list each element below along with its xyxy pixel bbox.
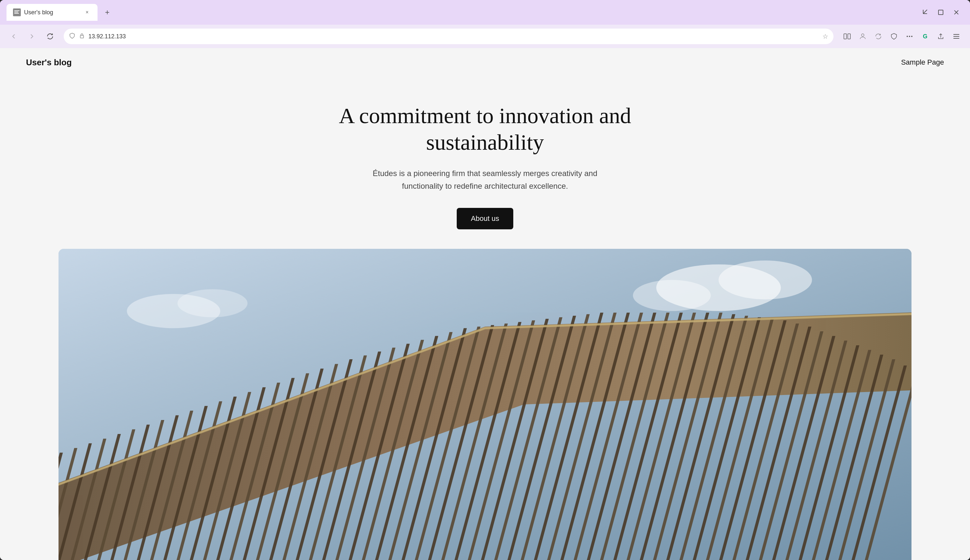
- window-controls: [918, 5, 963, 20]
- back-button[interactable]: [7, 29, 21, 43]
- menu-icon[interactable]: [949, 29, 963, 43]
- svg-rect-3: [14, 13, 19, 13]
- svg-line-4: [923, 10, 927, 13]
- bookmark-icon[interactable]: ☆: [823, 32, 828, 40]
- security-icon: [69, 32, 75, 41]
- svg-point-14: [906, 36, 908, 37]
- svg-point-97: [177, 289, 248, 317]
- sync-icon[interactable]: [871, 29, 885, 43]
- profile-icon[interactable]: [856, 29, 870, 43]
- title-bar: User's blog × +: [0, 0, 970, 25]
- window-maximize-button[interactable]: [933, 5, 948, 20]
- about-us-button[interactable]: About us: [457, 208, 513, 229]
- address-bar[interactable]: 13.92.112.133 ☆: [64, 28, 833, 44]
- reload-button[interactable]: [43, 29, 57, 43]
- toolbar-icons: G: [840, 29, 963, 43]
- navigation-bar: 13.92.112.133 ☆ G: [0, 25, 970, 48]
- tab-close-button[interactable]: ×: [83, 8, 91, 16]
- tab-title: User's blog: [24, 9, 80, 16]
- address-text: 13.92.112.133: [89, 33, 819, 40]
- svg-point-15: [909, 36, 910, 37]
- more-dots-icon[interactable]: [902, 29, 917, 43]
- shield-icon[interactable]: [887, 29, 901, 43]
- share-icon[interactable]: [933, 29, 948, 43]
- website-content: User's blog Sample Page A commitment to …: [0, 48, 970, 560]
- hero-title: A commitment to innovation and sustainab…: [339, 103, 631, 156]
- svg-rect-10: [80, 35, 84, 38]
- hero-image: [59, 249, 911, 560]
- browser-window: User's blog × +: [0, 0, 970, 560]
- svg-rect-12: [848, 34, 850, 39]
- window-minimize-button[interactable]: [918, 5, 932, 20]
- site-header: User's blog Sample Page: [0, 48, 970, 77]
- sample-page-link[interactable]: Sample Page: [901, 58, 944, 67]
- svg-rect-11: [844, 34, 846, 39]
- svg-rect-7: [938, 10, 943, 15]
- forward-button[interactable]: [25, 29, 39, 43]
- hero-subtitle: Études is a pioneering firm that seamles…: [368, 167, 602, 192]
- hero-section: A commitment to innovation and sustainab…: [0, 77, 970, 249]
- site-logo[interactable]: User's blog: [26, 57, 72, 68]
- svg-point-16: [911, 36, 913, 37]
- grammarly-icon[interactable]: G: [918, 29, 932, 43]
- lock-icon: [79, 32, 85, 41]
- svg-point-13: [861, 34, 864, 37]
- svg-point-95: [633, 280, 711, 311]
- svg-rect-1: [14, 10, 20, 11]
- active-tab[interactable]: User's blog ×: [7, 4, 97, 21]
- new-tab-button[interactable]: +: [100, 5, 114, 20]
- split-view-icon[interactable]: [840, 29, 854, 43]
- svg-point-94: [719, 260, 812, 300]
- window-close-button[interactable]: [949, 5, 963, 20]
- tab-favicon: [13, 8, 21, 16]
- tab-bar: User's blog × +: [7, 4, 914, 21]
- svg-rect-2: [14, 12, 18, 12]
